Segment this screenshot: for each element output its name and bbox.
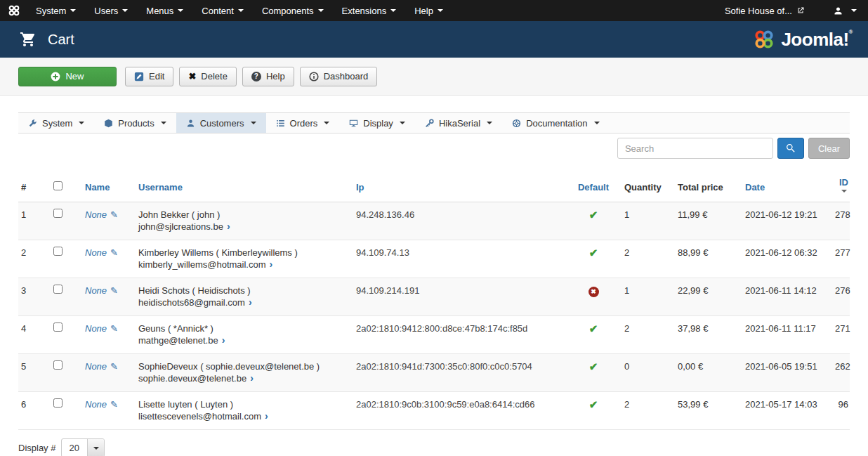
topbar-menu-help[interactable]: Help (405, 0, 452, 21)
subnav-item-hikaserial[interactable]: HikaSerial (415, 113, 502, 133)
search-input[interactable] (617, 138, 773, 159)
col-header-username[interactable]: Username (138, 182, 183, 193)
topbar-menu-users[interactable]: Users (85, 0, 137, 21)
ip-cell: 94.248.136.46 (353, 202, 566, 240)
id-cell: 276 (831, 278, 850, 316)
dashboard-button[interactable]: Dashboard (300, 67, 378, 86)
ip-cell: 2a02:1810:9412:800:d8ce:47b8:174c:f85d (353, 316, 566, 354)
delete-button-label: Delete (201, 71, 228, 82)
user-menu[interactable] (812, 0, 868, 21)
row-checkbox[interactable] (53, 398, 63, 408)
plus-circle-icon (51, 72, 60, 82)
col-header-date[interactable]: Date (745, 182, 765, 193)
subnav-item-system[interactable]: System (18, 113, 94, 133)
display-count-value: 20 (62, 439, 87, 456)
carts-table: # Name Username Ip Default Quantity Tota… (18, 166, 850, 430)
default-status-icon[interactable] (589, 360, 598, 372)
col-header-total-price: Total price (674, 166, 742, 202)
subnav-item-documentation[interactable]: Documentation (502, 113, 609, 133)
site-name: Sofie House of... (725, 6, 792, 16)
name-link-label: None (85, 285, 107, 297)
select-all-checkbox[interactable] (53, 181, 63, 190)
col-header-default[interactable]: Default (578, 182, 609, 193)
customer-email-link[interactable]: heidischots68@gmail.com (138, 297, 245, 308)
products-cube-icon (104, 119, 113, 128)
quantity-cell: 1 (621, 202, 674, 240)
customer-email-link[interactable]: kimberly_willems@hotmail.com (138, 259, 266, 271)
name-edit-link[interactable]: None✎ (85, 398, 118, 410)
topbar-menu-extensions[interactable]: Extensions (333, 0, 406, 21)
default-status-icon[interactable] (589, 247, 598, 259)
site-preview-link[interactable]: Sofie House of... (718, 0, 812, 21)
default-status-icon[interactable] (589, 323, 598, 334)
row-number: 4 (18, 316, 49, 354)
subnav-item-customers[interactable]: Customers (176, 113, 266, 133)
row-checkbox[interactable] (53, 323, 63, 332)
edit-icon (134, 72, 144, 82)
search-row: Clear (18, 138, 850, 159)
chevron-down-icon (400, 122, 405, 124)
new-button[interactable]: New (18, 67, 117, 86)
name-edit-link[interactable]: None✎ (85, 285, 118, 297)
col-header-name[interactable]: Name (85, 182, 110, 193)
date-cell: 2021-06-12 19:21 (742, 202, 831, 240)
topbar-menu-content[interactable]: Content (192, 0, 253, 21)
new-button-label: New (65, 71, 84, 82)
name-edit-link[interactable]: None✎ (85, 209, 118, 221)
topbar-menu-components[interactable]: Components (253, 0, 333, 21)
ip-cell: 94.109.74.13 (353, 240, 566, 278)
select-dropdown-button[interactable] (87, 439, 104, 456)
edit-button[interactable]: Edit (125, 67, 173, 86)
quantity-cell: 1 (621, 278, 674, 316)
chevron-right-icon: › (250, 372, 254, 384)
customer-email-link[interactable]: mathge@telenet.be (138, 334, 218, 346)
delete-button[interactable]: ✖ Delete (179, 67, 236, 86)
chevron-down-icon (318, 9, 324, 12)
subnav-item-display[interactable]: Display (339, 113, 415, 133)
chevron-down-icon (251, 122, 256, 124)
search-button[interactable] (777, 138, 804, 159)
customer-name: SophieDeveux ( sophie.deveux@telenet.be … (138, 360, 349, 372)
clear-button[interactable]: Clear (808, 138, 850, 159)
topbar-menu-label: Content (202, 6, 234, 16)
topbar-menu-menus[interactable]: Menus (137, 0, 192, 21)
name-edit-link[interactable]: None✎ (85, 360, 118, 372)
subnav-item-orders[interactable]: Orders (266, 113, 340, 133)
row-number: 3 (18, 278, 49, 316)
topbar-menu-label: Help (414, 6, 433, 16)
subnav-item-products[interactable]: Products (94, 113, 176, 133)
display-count-select[interactable]: 20 (61, 438, 105, 456)
name-edit-link[interactable]: None✎ (85, 247, 118, 259)
info-circle-icon (309, 72, 319, 82)
name-edit-link[interactable]: None✎ (85, 323, 118, 334)
question-circle-icon: ? (251, 72, 261, 82)
orders-list-icon (276, 119, 285, 128)
name-link-label: None (85, 360, 107, 372)
help-button[interactable]: ? Help (242, 67, 294, 86)
customer-name: John Bekker ( john ) (138, 209, 349, 221)
default-status-icon[interactable] (589, 398, 598, 410)
customer-email-link[interactable]: lisettescevenels@hotmail.com (138, 410, 261, 422)
pencil-icon: ✎ (110, 285, 118, 297)
customer-email-link[interactable]: sophie.deveux@telenet.be (138, 372, 246, 384)
name-link-label: None (85, 247, 107, 259)
table-row: 5 None✎ SophieDeveux ( sophie.deveux@tel… (18, 354, 850, 392)
topbar-menu-system[interactable]: System (27, 0, 85, 21)
row-checkbox[interactable] (53, 247, 63, 256)
row-checkbox[interactable] (53, 209, 63, 218)
quantity-cell: 2 (621, 392, 674, 430)
col-header-ip[interactable]: Ip (356, 182, 364, 193)
col-header-id[interactable]: ID (839, 178, 848, 193)
default-status-icon[interactable] (589, 209, 598, 221)
subnav-item-label: HikaSerial (439, 118, 480, 129)
subnav-item-label: Orders (290, 118, 318, 129)
total-price-cell: 53,99 € (674, 392, 742, 430)
help-button-label: Help (266, 71, 285, 82)
default-status-icon[interactable] (588, 287, 599, 297)
search-icon (785, 143, 796, 154)
row-checkbox[interactable] (53, 285, 63, 294)
customer-email-link[interactable]: john@sjlcreations.be (138, 221, 223, 233)
row-checkbox[interactable] (53, 360, 63, 370)
chevron-down-icon (851, 9, 857, 12)
chevron-down-icon (594, 122, 600, 124)
